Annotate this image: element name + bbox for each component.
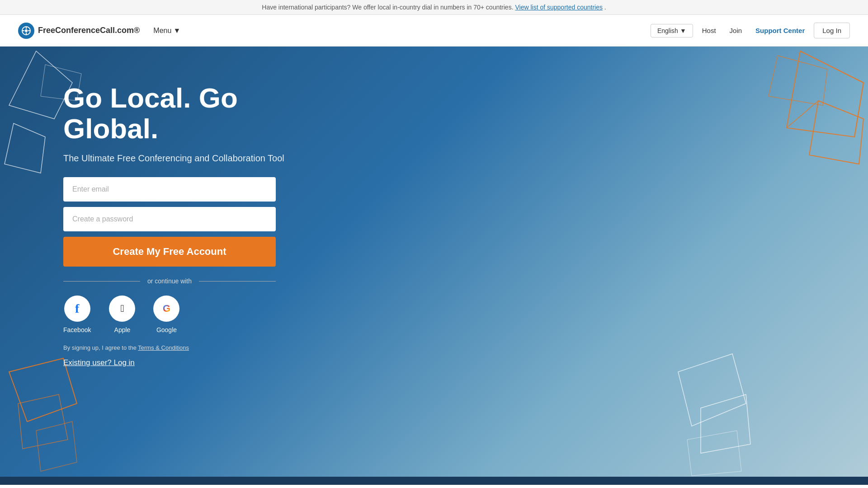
email-input[interactable]: [63, 177, 276, 202]
login-button[interactable]: Log In: [814, 23, 850, 38]
svg-point-1: [25, 29, 28, 32]
divider-line-right: [199, 281, 276, 282]
social-buttons: f Facebook  Apple G Google: [63, 296, 289, 333]
navbar: FreeConferenceCall.com® Menu ▼ English ▼…: [0, 15, 868, 47]
svg-marker-10: [809, 101, 863, 164]
join-link[interactable]: Join: [725, 24, 747, 37]
password-input[interactable]: [63, 207, 276, 231]
hero-subtitle: The Ultimate Free Conferencing and Colla…: [63, 153, 289, 164]
google-login-button[interactable]: G Google: [153, 296, 179, 333]
apple-login-button[interactable]:  Apple: [109, 296, 135, 333]
svg-marker-7: [5, 123, 45, 173]
terms-text: By signing up, I agree to the Terms & Co…: [63, 344, 276, 351]
or-divider: or continue with: [63, 277, 276, 285]
facebook-icon: f: [75, 301, 79, 316]
create-account-button[interactable]: Create My Free Account: [63, 237, 276, 267]
top-banner: Have international participants? We offe…: [0, 0, 868, 15]
svg-line-12: [854, 83, 863, 137]
language-button[interactable]: English ▼: [651, 24, 693, 38]
menu-button[interactable]: Menu ▼: [153, 27, 180, 35]
banner-text: Have international participants? We offe…: [262, 4, 515, 11]
geo-bottomleft-decoration: [0, 349, 113, 485]
nav-right: English ▼ Host Join Support Center Log I…: [651, 23, 850, 38]
svg-marker-20: [687, 431, 741, 476]
terms-link[interactable]: Terms & Conditions: [138, 344, 189, 351]
svg-marker-6: [9, 51, 72, 119]
divider-line-left: [63, 281, 140, 282]
svg-marker-17: [36, 422, 77, 471]
hero-title: Go Local. Go Global.: [63, 83, 289, 144]
facebook-label: Facebook: [63, 326, 91, 333]
apple-label: Apple: [114, 326, 131, 333]
svg-marker-9: [787, 51, 863, 137]
geo-topright-decoration: [710, 47, 868, 218]
support-center-link[interactable]: Support Center: [751, 24, 809, 37]
svg-marker-18: [678, 354, 746, 426]
svg-marker-15: [9, 358, 77, 422]
google-icon: G: [163, 303, 170, 314]
apple-icon-circle: : [109, 296, 135, 322]
existing-user-link[interactable]: Existing user? Log in: [63, 358, 135, 367]
form-area: Go Local. Go Global. The Ultimate Free C…: [63, 74, 289, 367]
hero-section: Go Local. Go Global. The Ultimate Free C…: [0, 47, 868, 485]
google-icon-circle: G: [153, 296, 179, 322]
svg-line-11: [800, 51, 863, 83]
geo-bottomright-decoration: [665, 349, 778, 485]
supported-countries-link[interactable]: View list of supported countries: [515, 4, 603, 11]
svg-marker-14: [769, 56, 827, 105]
svg-marker-16: [18, 394, 68, 449]
svg-line-13: [787, 101, 818, 128]
apple-icon: : [120, 303, 124, 314]
host-link[interactable]: Host: [698, 24, 721, 37]
svg-marker-19: [701, 394, 750, 453]
google-label: Google: [156, 326, 177, 333]
logo-area: FreeConferenceCall.com®: [18, 23, 140, 39]
footer-bar: [0, 477, 868, 485]
facebook-login-button[interactable]: f Facebook: [63, 296, 91, 333]
or-text: or continue with: [140, 277, 199, 285]
logo-icon: [18, 23, 34, 39]
logo-text: FreeConferenceCall.com®: [38, 26, 140, 35]
facebook-icon-circle: f: [64, 296, 90, 322]
